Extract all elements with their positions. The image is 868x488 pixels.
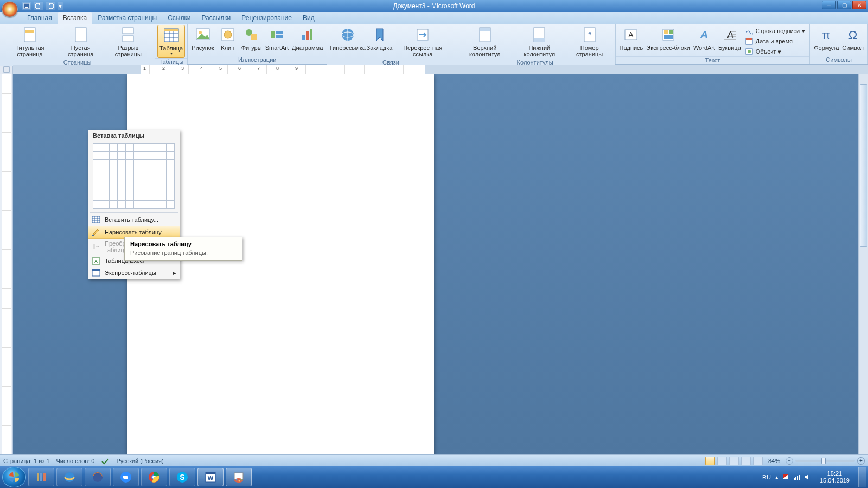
grid-cell[interactable] xyxy=(158,160,167,168)
grid-cell[interactable] xyxy=(101,144,110,152)
grid-cell[interactable] xyxy=(118,184,126,192)
status-page[interactable]: Страница: 1 из 1 xyxy=(3,458,50,464)
bookmark-button[interactable]: Закладка xyxy=(366,25,393,52)
grid-cell[interactable] xyxy=(110,144,118,152)
grid-cell[interactable] xyxy=(134,152,142,160)
grid-cell[interactable] xyxy=(118,152,126,160)
signature-line-button[interactable]: Строка подписи ▾ xyxy=(743,26,807,36)
grid-cell[interactable] xyxy=(126,160,134,168)
shapes-button[interactable]: Фигуры xyxy=(240,25,264,52)
blank-page-button[interactable]: Пустая страница xyxy=(58,25,104,59)
grid-cell[interactable] xyxy=(158,176,167,184)
zoom-thumb[interactable] xyxy=(821,458,826,464)
tab-page-layout[interactable]: Разметка страницы xyxy=(92,12,162,24)
cover-page-button[interactable]: Титульная страница xyxy=(2,25,58,59)
grid-cell[interactable] xyxy=(167,176,175,184)
grid-cell[interactable] xyxy=(167,152,175,160)
grid-cell[interactable] xyxy=(150,176,158,184)
grid-cell[interactable] xyxy=(142,168,150,176)
grid-cell[interactable] xyxy=(142,184,150,192)
equation-button[interactable]: πФормула xyxy=(812,25,840,52)
grid-cell[interactable] xyxy=(126,201,134,209)
tab-insert[interactable]: Вставка xyxy=(58,12,93,24)
dropcap-button[interactable]: AБуквица xyxy=(717,25,743,52)
chart-button[interactable]: Диаграмма xyxy=(290,25,324,52)
zoom-in[interactable]: + xyxy=(857,457,865,465)
tab-home[interactable]: Главная xyxy=(22,12,58,24)
hyperlink-button[interactable]: Гиперссылка xyxy=(329,25,366,52)
zoom-percent[interactable]: 84% xyxy=(768,458,780,464)
scroll-thumb[interactable] xyxy=(860,84,867,247)
task-skype[interactable]: S xyxy=(169,468,195,486)
grid-cell[interactable] xyxy=(93,176,101,184)
view-print-layout[interactable] xyxy=(705,457,715,465)
qat-redo[interactable] xyxy=(46,2,55,10)
grid-cell[interactable] xyxy=(150,201,158,209)
task-word[interactable]: W xyxy=(197,468,224,486)
office-button[interactable] xyxy=(2,1,18,17)
grid-cell[interactable] xyxy=(167,184,175,192)
grid-cell[interactable] xyxy=(134,176,142,184)
maximize-button[interactable]: ▢ xyxy=(837,1,851,9)
grid-cell[interactable] xyxy=(142,192,150,201)
view-full-screen[interactable] xyxy=(717,457,727,465)
footer-button[interactable]: Нижний колонтитул xyxy=(513,25,566,59)
grid-cell[interactable] xyxy=(150,160,158,168)
grid-cell[interactable] xyxy=(142,152,150,160)
grid-cell[interactable] xyxy=(126,152,134,160)
vertical-ruler[interactable] xyxy=(0,74,13,454)
grid-cell[interactable] xyxy=(167,144,175,152)
grid-cell[interactable] xyxy=(93,168,101,176)
grid-cell[interactable] xyxy=(167,201,175,209)
grid-cell[interactable] xyxy=(142,176,150,184)
tab-view[interactable]: Вид xyxy=(297,12,320,24)
grid-cell[interactable] xyxy=(150,184,158,192)
table-size-grid[interactable] xyxy=(88,141,180,211)
view-web-layout[interactable] xyxy=(729,457,739,465)
quickparts-button[interactable]: Экспресс-блоки xyxy=(644,25,692,52)
qat-undo[interactable] xyxy=(34,2,43,10)
object-button[interactable]: Объект ▾ xyxy=(743,47,807,56)
grid-cell[interactable] xyxy=(142,160,150,168)
grid-cell[interactable] xyxy=(101,152,110,160)
task-zoom[interactable] xyxy=(113,468,139,486)
pagenum-button[interactable]: #Номер страницы xyxy=(566,25,613,59)
header-button[interactable]: Верхний колонтитул xyxy=(457,25,513,59)
grid-cell[interactable] xyxy=(118,168,126,176)
task-ie[interactable] xyxy=(56,468,82,486)
grid-cell[interactable] xyxy=(134,201,142,209)
grid-cell[interactable] xyxy=(134,160,142,168)
quick-tables-item[interactable]: Экспресс-таблицы ▸ xyxy=(88,267,180,279)
textbox-button[interactable]: AНадпись xyxy=(618,25,645,52)
ruler-corner[interactable] xyxy=(0,65,13,74)
insert-table-item[interactable]: Вставить таблицу... xyxy=(88,214,180,226)
grid-cell[interactable] xyxy=(126,168,134,176)
grid-cell[interactable] xyxy=(110,152,118,160)
crossref-button[interactable]: Перекрестная ссылка xyxy=(393,25,452,59)
clip-button[interactable]: Клип xyxy=(216,25,240,52)
grid-cell[interactable] xyxy=(110,192,118,201)
grid-cell[interactable] xyxy=(150,168,158,176)
grid-cell[interactable] xyxy=(134,144,142,152)
grid-cell[interactable] xyxy=(134,168,142,176)
grid-cell[interactable] xyxy=(101,176,110,184)
grid-cell[interactable] xyxy=(150,144,158,152)
smartart-button[interactable]: SmartArt xyxy=(264,25,290,52)
grid-cell[interactable] xyxy=(158,201,167,209)
grid-cell[interactable] xyxy=(150,192,158,201)
grid-cell[interactable] xyxy=(93,192,101,201)
grid-cell[interactable] xyxy=(110,184,118,192)
grid-cell[interactable] xyxy=(93,201,101,209)
task-paint[interactable] xyxy=(226,468,252,486)
grid-cell[interactable] xyxy=(118,160,126,168)
status-proof-icon[interactable] xyxy=(101,457,110,465)
close-button[interactable]: ✕ xyxy=(852,1,866,9)
grid-cell[interactable] xyxy=(118,144,126,152)
horizontal-ruler[interactable]: 123456789 xyxy=(13,65,868,74)
grid-cell[interactable] xyxy=(126,192,134,201)
task-firefox[interactable] xyxy=(85,468,111,486)
status-words[interactable]: Число слов: 0 xyxy=(56,458,95,464)
grid-cell[interactable] xyxy=(93,184,101,192)
grid-cell[interactable] xyxy=(142,144,150,152)
qat-save[interactable] xyxy=(22,2,31,10)
